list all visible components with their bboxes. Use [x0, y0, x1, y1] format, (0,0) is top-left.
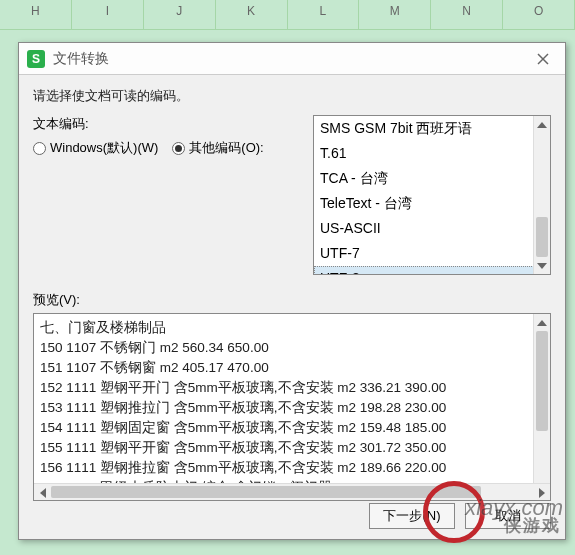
- file-convert-dialog: S 文件转换 请选择使文档可读的编码。 文本编码: Windows(默认)(W)…: [18, 42, 566, 540]
- column-header[interactable]: N: [431, 0, 503, 30]
- scroll-right-icon: [539, 488, 545, 498]
- close-button[interactable]: [529, 47, 557, 71]
- next-button[interactable]: 下一步(N): [369, 503, 455, 529]
- column-header[interactable]: H: [0, 0, 72, 30]
- dialog-titlebar: S 文件转换: [19, 43, 565, 75]
- preview-line: 154 1111 塑钢固定窗 含5mm平板玻璃,不含安装 m2 159.48 1…: [40, 418, 530, 438]
- radio-windows-default[interactable]: Windows(默认)(W): [33, 139, 158, 157]
- instruction-text: 请选择使文档可读的编码。: [33, 87, 551, 105]
- radio-icon: [172, 142, 185, 155]
- encoding-label: 文本编码:: [33, 115, 303, 133]
- list-item[interactable]: TeleText - 台湾: [314, 191, 550, 216]
- scrollbar-thumb[interactable]: [536, 331, 548, 431]
- scroll-left-icon: [40, 488, 46, 498]
- radio-label: 其他编码(O):: [189, 139, 263, 157]
- list-item[interactable]: TCA - 台湾: [314, 166, 550, 191]
- scroll-down-icon: [537, 263, 547, 269]
- scroll-up-icon: [537, 122, 547, 128]
- encoding-list-items: SMS GSM 7bit 西班牙语T.61TCA - 台湾TeleText - …: [314, 116, 550, 275]
- preview-line: 150 1107 不锈钢门 m2 560.34 650.00: [40, 338, 530, 358]
- dialog-title: 文件转换: [53, 50, 529, 68]
- column-header[interactable]: M: [359, 0, 431, 30]
- preview-line: 155 1111 塑钢平开窗 含5mm平板玻璃,不含安装 m2 301.72 3…: [40, 438, 530, 458]
- radio-label: Windows(默认)(W): [50, 139, 158, 157]
- column-header[interactable]: O: [503, 0, 575, 30]
- preview-content: 七、门窗及楼梯制品150 1107 不锈钢门 m2 560.34 650.001…: [40, 318, 530, 498]
- preview-line: 七、门窗及楼梯制品: [40, 318, 530, 338]
- preview-scrollbar-vertical[interactable]: [533, 314, 550, 500]
- column-header[interactable]: J: [144, 0, 216, 30]
- preview-line: 153 1111 塑钢推拉门 含5mm平板玻璃,不含安装 m2 198.28 2…: [40, 398, 530, 418]
- preview-line: 151 1107 不锈钢窗 m2 405.17 470.00: [40, 358, 530, 378]
- encoding-listbox[interactable]: SMS GSM 7bit 西班牙语T.61TCA - 台湾TeleText - …: [313, 115, 551, 275]
- wps-app-icon: S: [27, 50, 45, 68]
- preview-label: 预览(V):: [33, 291, 551, 309]
- radio-other-encoding[interactable]: 其他编码(O):: [172, 139, 263, 157]
- column-header[interactable]: I: [72, 0, 144, 30]
- list-item[interactable]: SMS GSM 7bit 西班牙语: [314, 116, 550, 141]
- list-item[interactable]: UTF-7: [314, 241, 550, 266]
- scrollbar-thumb[interactable]: [536, 217, 548, 257]
- listbox-scrollbar[interactable]: [533, 116, 550, 274]
- column-header[interactable]: L: [288, 0, 360, 30]
- close-icon: [536, 52, 550, 66]
- spreadsheet-column-headers: HIJKLMNO: [0, 0, 575, 30]
- list-item[interactable]: UTF-8: [314, 266, 550, 275]
- column-header[interactable]: K: [216, 0, 288, 30]
- scrollbar-thumb[interactable]: [51, 486, 481, 498]
- list-item[interactable]: US-ASCII: [314, 216, 550, 241]
- preview-line: 156 1111 塑钢推拉窗 含5mm平板玻璃,不含安装 m2 189.66 2…: [40, 458, 530, 478]
- list-item[interactable]: T.61: [314, 141, 550, 166]
- preview-textbox[interactable]: 七、门窗及楼梯制品150 1107 不锈钢门 m2 560.34 650.001…: [33, 313, 551, 501]
- cancel-button[interactable]: 取消: [465, 503, 551, 529]
- scroll-up-icon: [537, 320, 547, 326]
- radio-icon: [33, 142, 46, 155]
- preview-scrollbar-horizontal[interactable]: [34, 483, 550, 500]
- preview-line: 152 1111 塑钢平开门 含5mm平板玻璃,不含安装 m2 336.21 3…: [40, 378, 530, 398]
